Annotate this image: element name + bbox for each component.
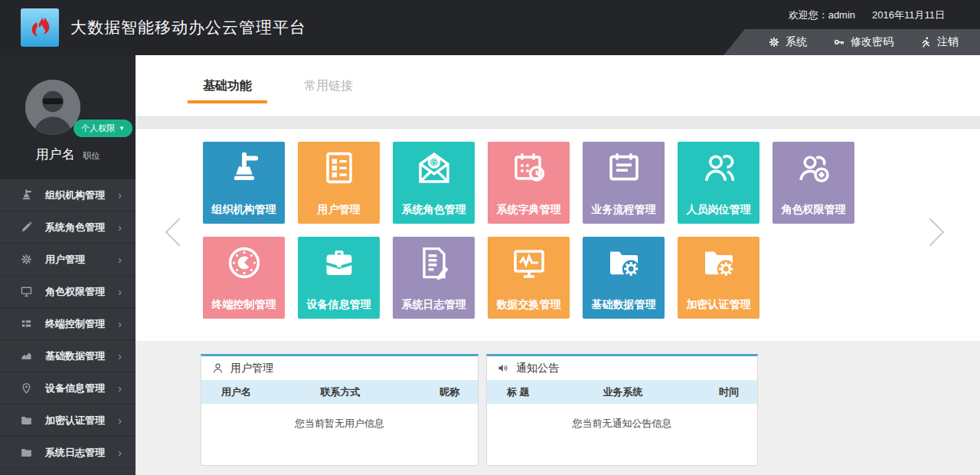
sidebar-item-系统角色管理[interactable]: 系统角色管理› xyxy=(0,211,136,244)
tile-用户管理[interactable]: 用户管理 xyxy=(298,142,380,224)
tile-label: 业务流程管理 xyxy=(583,203,665,217)
sidebar-item-设备信息管理[interactable]: 设备信息管理› xyxy=(0,372,136,405)
tile-label: 数据交换管理 xyxy=(488,298,570,312)
header-nav: 系统 修改密码 注销 xyxy=(724,29,980,55)
nav-system-label: 系统 xyxy=(786,35,807,49)
sidebar-item-组织机构管理[interactable]: 组织机构管理› xyxy=(0,179,136,211)
tile-角色权限管理[interactable]: 角色权限管理 xyxy=(773,142,854,224)
tile-系统角色管理[interactable]: @系统角色管理 xyxy=(393,142,475,224)
monitor-icon xyxy=(20,285,33,298)
tile-grid: 组织机构管理用户管理@系统角色管理系统字典管理业务流程管理人员岗位管理角色权限管… xyxy=(203,142,854,332)
sidebar-item-基础数据管理[interactable]: 基础数据管理› xyxy=(0,340,136,372)
chevron-right-icon: › xyxy=(118,414,122,427)
sidebar-item-label: 系统角色管理 xyxy=(45,221,118,234)
table-column-header: 昵称 xyxy=(380,385,478,399)
chevron-right-icon: › xyxy=(118,382,122,395)
sidebar-item-label: 基础数据管理 xyxy=(45,349,118,363)
welcome-text: 欢迎您：admin xyxy=(789,8,855,22)
sidebar: 个人权限 ▼ 用户名 职位 组织机构管理›系统角色管理›用户管理›角色权限管理›… xyxy=(0,55,136,475)
tile-基础数据管理[interactable]: 基础数据管理 xyxy=(583,237,665,319)
panel-用户管理: 用户管理用户名联系方式昵称您当前暂无用户信息 xyxy=(201,354,479,466)
tile-业务流程管理[interactable]: 业务流程管理 xyxy=(583,142,665,224)
empty-state-text: 您当前暂无用户信息 xyxy=(201,404,478,431)
sidebar-item-用户管理[interactable]: 用户管理› xyxy=(0,244,136,276)
sidebar-item-label: 设备信息管理 xyxy=(45,382,118,395)
tile-label: 系统字典管理 xyxy=(488,203,570,217)
panel-通知公告: 通知公告标 题业务系统时间您当前无通知公告信息 xyxy=(486,354,758,466)
sidebar-item-加密认证管理[interactable]: 加密认证管理› xyxy=(0,405,136,437)
grid-icon xyxy=(20,317,33,330)
nav-logout-label: 注销 xyxy=(937,35,959,49)
profile-section: 个人权限 ▼ 用户名 职位 xyxy=(0,55,136,179)
nav-change-password-button[interactable]: 修改密码 xyxy=(833,35,893,49)
user-plus-icon xyxy=(773,149,854,186)
tab-basic-functions[interactable]: 基础功能 xyxy=(188,55,267,116)
main-content: 基础功能 常用链接 组织机构管理用户管理@系统角色管理系统字典管理业务流程管理人… xyxy=(136,55,980,475)
tile-加密认证管理[interactable]: 加密认证管理 xyxy=(678,237,760,319)
panel-header: 通知公告 xyxy=(487,356,757,380)
tile-label: 人员岗位管理 xyxy=(678,203,760,217)
pencil-icon xyxy=(20,221,33,234)
divider-strip xyxy=(136,116,980,129)
sidebar-item-角色权限管理[interactable]: 角色权限管理› xyxy=(0,276,136,308)
chevron-right-icon: › xyxy=(118,253,122,266)
table-header-row: 标 题业务系统时间 xyxy=(487,380,757,404)
tile-label: 加密认证管理 xyxy=(678,298,760,312)
person-outline-icon xyxy=(211,362,224,375)
stamp-icon xyxy=(20,188,33,201)
table-column-header: 时间 xyxy=(662,385,757,399)
tile-label: 角色权限管理 xyxy=(773,203,854,217)
tile-label: 基础数据管理 xyxy=(583,298,665,312)
personal-permission-badge[interactable]: 个人权限 ▼ xyxy=(74,120,132,137)
chevron-right-icon: › xyxy=(118,317,122,330)
tile-设备信息管理[interactable]: 设备信息管理 xyxy=(298,237,380,319)
calendar-clock-icon xyxy=(488,149,570,186)
tile-人员岗位管理[interactable]: 人员岗位管理 xyxy=(678,142,760,224)
tab-common-links-label: 常用链接 xyxy=(304,78,353,94)
tile-终端控制管理[interactable]: 终端控制管理 xyxy=(203,237,285,319)
nav-logout-button[interactable]: 注销 xyxy=(920,35,959,49)
panel-title: 通知公告 xyxy=(516,362,559,375)
tab-common-links[interactable]: 常用链接 xyxy=(289,55,368,116)
folder-gear-icon xyxy=(583,244,665,281)
tile-系统字典管理[interactable]: 系统字典管理 xyxy=(488,142,570,224)
sidebar-item-label: 组织机构管理 xyxy=(45,188,118,202)
tile-row: 终端控制管理设备信息管理系统日志管理数据交换管理基础数据管理加密认证管理 xyxy=(203,237,854,319)
carousel-next-button[interactable] xyxy=(916,218,945,247)
user-name-line: 用户名 职位 xyxy=(0,146,136,163)
sidebar-item-label: 角色权限管理 xyxy=(45,285,118,299)
chevron-right-icon: › xyxy=(118,285,122,298)
tab-bar: 基础功能 常用链接 xyxy=(136,55,980,116)
flame-icon xyxy=(27,13,53,42)
tile-组织机构管理[interactable]: 组织机构管理 xyxy=(203,142,285,224)
carousel-prev-button[interactable] xyxy=(165,218,194,247)
tile-系统日志管理[interactable]: 系统日志管理 xyxy=(393,237,475,319)
sidebar-item-系统日志管理[interactable]: 系统日志管理› xyxy=(0,437,136,469)
checklist-icon xyxy=(298,149,380,186)
nav-system-button[interactable]: 系统 xyxy=(768,35,807,49)
position-text: 职位 xyxy=(83,151,100,160)
username-text: 用户名 xyxy=(36,147,75,162)
table-header-row: 用户名联系方式昵称 xyxy=(201,380,478,404)
table-column-header: 联系方式 xyxy=(301,385,381,399)
empty-state-text: 您当前无通知公告信息 xyxy=(487,404,757,431)
avatar[interactable] xyxy=(25,80,80,135)
sidebar-menu: 组织机构管理›系统角色管理›用户管理›角色权限管理›终端控制管理›基础数据管理›… xyxy=(0,179,136,469)
sidebar-item-终端控制管理[interactable]: 终端控制管理› xyxy=(0,308,136,340)
sidebar-item-label: 用户管理 xyxy=(45,253,118,267)
logout-icon xyxy=(920,36,932,48)
panel-header: 用户管理 xyxy=(201,356,478,380)
app-logo xyxy=(21,8,59,47)
tile-数据交换管理[interactable]: 数据交换管理 xyxy=(488,237,570,319)
chevron-right-icon: › xyxy=(118,221,122,234)
sidebar-item-label: 终端控制管理 xyxy=(45,317,118,331)
tile-label: 用户管理 xyxy=(298,203,380,217)
users-icon xyxy=(678,149,760,186)
svg-text:@: @ xyxy=(430,158,438,167)
tile-label: 系统角色管理 xyxy=(393,203,475,217)
bottom-panels: 用户管理用户名联系方式昵称您当前暂无用户信息通知公告标 题业务系统时间您当前无通… xyxy=(136,341,980,475)
app-root: 大数据智能移动办公云管理平台 欢迎您：admin 2016年11月11日 系统 … xyxy=(0,0,980,475)
pin-icon xyxy=(20,382,33,395)
page-title: 大数据智能移动办公云管理平台 xyxy=(70,0,306,55)
stamp-icon xyxy=(203,149,285,186)
